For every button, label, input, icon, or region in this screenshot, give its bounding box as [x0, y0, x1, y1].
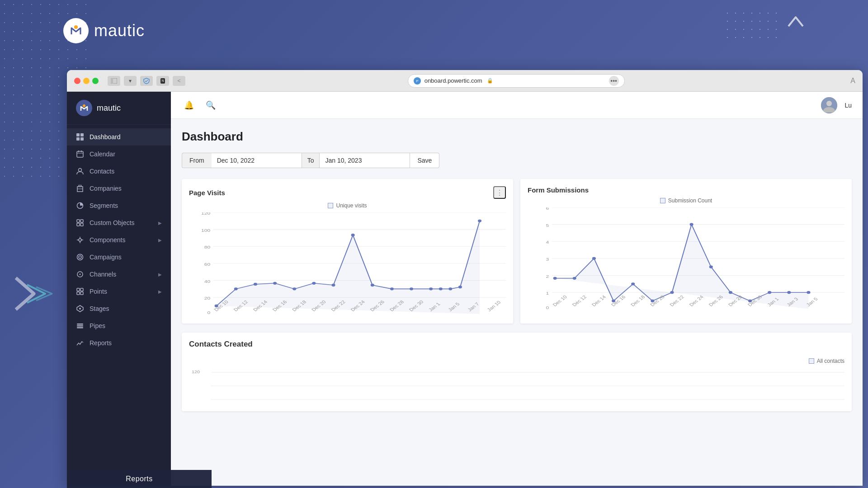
sidebar-item-label: Stages [90, 305, 109, 312]
svg-point-70 [429, 287, 433, 290]
sidebar-item-pipes[interactable]: Pipes [67, 317, 171, 334]
svg-text:Dec 10: Dec 10 [552, 294, 568, 307]
sidebar-logo: mautic [67, 92, 171, 125]
svg-rect-36 [80, 288, 83, 291]
svg-text:20: 20 [204, 296, 210, 300]
svg-point-67 [371, 284, 374, 286]
bottom-bar-label: Reports [126, 475, 153, 483]
from-date-input[interactable] [212, 153, 302, 168]
maximize-button[interactable] [92, 78, 99, 84]
sidebar-item-companies[interactable]: Companies [67, 180, 171, 197]
sidebar-item-label: Pipes [90, 322, 105, 329]
sidebar-logo-circle [76, 100, 92, 116]
sidebar-item-reports[interactable]: Reports [67, 334, 171, 352]
sidebar-item-label: Channels [90, 271, 116, 278]
reports-icon [76, 339, 84, 347]
sidebar-item-segments[interactable]: Segments [67, 197, 171, 214]
deco-chevrons-left [9, 271, 59, 327]
sidebar-item-dashboard[interactable]: Dashboard [67, 128, 171, 145]
avatar[interactable] [821, 97, 837, 113]
search-icon[interactable]: 🔍 [203, 98, 218, 113]
svg-rect-11 [80, 133, 84, 136]
svg-rect-42 [77, 325, 83, 327]
sidebar-item-points[interactable]: Points ▶ [67, 283, 171, 300]
sidebar-item-stages[interactable]: Stages [67, 300, 171, 317]
notion-icon[interactable]: N [156, 76, 169, 86]
sidebar-item-label: Segments [90, 202, 118, 209]
back-button[interactable]: < [173, 76, 185, 86]
sidebar-item-contacts[interactable]: Contacts [67, 163, 171, 180]
svg-rect-20 [79, 185, 81, 187]
address-more-button[interactable]: ••• [609, 76, 619, 86]
browser-window: ▾ N < P [67, 70, 863, 486]
svg-text:120: 120 [201, 212, 210, 216]
chevron-right-icon: ▶ [158, 221, 162, 225]
to-date-input[interactable] [320, 153, 410, 168]
svg-text:40: 40 [204, 279, 210, 283]
svg-text:100: 100 [201, 228, 210, 232]
sidebar-item-channels[interactable]: Channels ▶ [67, 266, 171, 283]
save-button[interactable]: Save [410, 153, 439, 168]
sidebar-item-campaigns[interactable]: Campaigns [67, 249, 171, 266]
svg-point-62 [273, 282, 277, 285]
chevron-right-icon: ▶ [158, 289, 162, 294]
svg-point-34 [80, 274, 81, 275]
svg-point-9 [83, 104, 85, 107]
channels-icon [76, 270, 84, 278]
bell-icon[interactable]: 🔔 [182, 98, 196, 113]
svg-text:120: 120 [192, 370, 200, 374]
svg-point-18 [79, 169, 82, 172]
svg-point-107 [631, 282, 635, 285]
svg-point-45 [826, 101, 832, 106]
browser-shield-icon[interactable] [140, 76, 153, 86]
browser-chevron-down[interactable]: ▾ [124, 76, 137, 86]
traffic-lights [74, 78, 99, 84]
svg-rect-12 [76, 137, 80, 141]
to-label-button[interactable]: To [302, 153, 320, 168]
sidebar-item-custom-objects[interactable]: Custom Objects ▶ [67, 214, 171, 231]
charts-row: Page Visits ⋮ Unique visits [182, 179, 852, 324]
minimize-button[interactable] [83, 78, 90, 84]
chart-more-button[interactable]: ⋮ [493, 186, 506, 199]
legend-label: Unique visits [336, 202, 367, 209]
svg-point-64 [312, 282, 316, 285]
form-submissions-chart: 6 5 4 3 2 1 0 [528, 207, 844, 311]
page-visits-chart: 120 100 80 60 40 20 0 [189, 212, 506, 316]
svg-point-111 [709, 266, 713, 268]
svg-text:P: P [416, 79, 418, 83]
custom-objects-icon [76, 219, 84, 227]
chart-title: Form Submissions [528, 186, 589, 194]
mautic-header-logo [63, 18, 89, 43]
svg-point-104 [573, 277, 576, 280]
svg-text:Dec 12: Dec 12 [571, 294, 588, 307]
sidebar-item-label: Contacts [90, 168, 114, 175]
companies-icon [76, 184, 84, 192]
svg-text:60: 60 [204, 262, 210, 266]
sidebar-toggle-button[interactable] [108, 76, 120, 86]
svg-point-69 [410, 287, 413, 290]
svg-point-40 [79, 308, 81, 310]
contacts-created-card: Contacts Created All contacts 120 [182, 333, 852, 411]
close-button[interactable] [74, 78, 80, 84]
address-bar[interactable]: P onboard.powertic.com 🔒 ••• [408, 74, 625, 88]
sidebar-item-calendar[interactable]: Calendar [67, 145, 171, 163]
svg-point-27 [79, 239, 81, 241]
svg-rect-3 [111, 78, 113, 84]
svg-rect-43 [77, 327, 83, 328]
svg-text:5: 5 [546, 223, 549, 227]
sidebar-item-components[interactable]: Components ▶ [67, 231, 171, 249]
from-label-button[interactable]: From [182, 153, 212, 168]
calendar-icon [76, 150, 84, 158]
chart-legend: Submission Count [528, 197, 844, 204]
dashboard-icon [76, 133, 84, 141]
sidebar-item-label: Dashboard [90, 133, 121, 141]
svg-point-103 [553, 277, 557, 280]
campaigns-icon [76, 253, 84, 261]
main-content: 🔔 🔍 Lu Dashboard From [171, 92, 863, 486]
svg-point-0 [68, 23, 84, 39]
chevron-right-icon: ▶ [158, 272, 162, 277]
favicon: P [414, 77, 421, 84]
svg-rect-10 [76, 133, 80, 136]
svg-point-8 [79, 103, 90, 113]
svg-text:Jan 10: Jan 10 [486, 300, 502, 312]
